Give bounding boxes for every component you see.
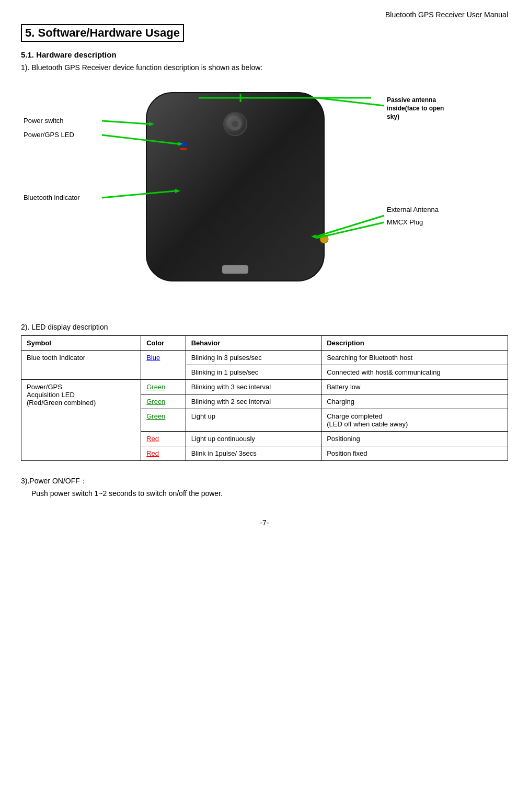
- color-red-2: Red: [141, 446, 186, 461]
- label-power-gps-led: Power/GPS LED: [24, 131, 74, 139]
- svg-text:sky): sky): [387, 113, 399, 120]
- col-color: Color: [141, 336, 186, 351]
- svg-point-3: [232, 121, 238, 127]
- label-mmcx-plug: MMCX Plug: [387, 218, 423, 226]
- svg-line-8: [102, 121, 149, 124]
- behavior-2: Blinking in 1 pulse/sec: [186, 365, 321, 380]
- symbol-power-gps: Power/GPSAcquisition LED(Red/Green combi…: [21, 380, 141, 461]
- power-section-body: Push power switch 1~2 seconds to switch …: [31, 489, 508, 498]
- color-green-3: Green: [141, 409, 186, 432]
- col-symbol: Symbol: [21, 336, 141, 351]
- color-red-1: Red: [141, 432, 186, 446]
- symbol-bluetooth: Blue tooth Indicator: [21, 351, 141, 380]
- col-behavior: Behavior: [186, 336, 321, 351]
- behavior-6: Light up continuously: [186, 432, 321, 446]
- desc-6: Positioning: [321, 432, 508, 446]
- desc-7: Position fixed: [321, 446, 508, 461]
- behavior-4: Blinking with 2 sec interval: [186, 394, 321, 409]
- table-row: Blue tooth Indicator Blue Blinking in 3 …: [21, 351, 508, 365]
- manual-title: Bluetooth GPS Receiver User Manual: [385, 10, 508, 19]
- intro-text: 1). Bluetooth GPS Receiver device functi…: [21, 63, 508, 72]
- label-bluetooth-indicator: Bluetooth indicator: [24, 194, 80, 201]
- svg-line-18: [316, 98, 384, 106]
- color-green-1: Green: [141, 380, 186, 394]
- label-power-switch: Power switch: [24, 117, 64, 125]
- table-row: Power/GPSAcquisition LED(Red/Green combi…: [21, 380, 508, 394]
- svg-rect-5: [180, 148, 187, 150]
- desc-1: Searching for Bluetooth host: [321, 351, 508, 365]
- label-external-antenna: External Antenna: [387, 206, 439, 213]
- svg-line-19: [316, 216, 384, 236]
- svg-rect-6: [222, 265, 248, 274]
- led-table: Symbol Color Behavior Description Blue t…: [21, 335, 508, 461]
- device-diagram: Power switch Power/GPS LED Bluetooth ind…: [21, 82, 523, 307]
- desc-3: Battery low: [321, 380, 508, 394]
- color-green-2: Green: [141, 394, 186, 409]
- subsection-title: 5.1. Hardware description: [21, 50, 508, 59]
- svg-line-21: [316, 222, 384, 238]
- desc-4: Charging: [321, 394, 508, 409]
- section-title: 5. Software/Hardware Usage: [21, 24, 184, 42]
- col-description: Description: [321, 336, 508, 351]
- behavior-5: Light up: [186, 409, 321, 432]
- desc-5: Charge completed(LED off when cable away…: [321, 409, 508, 432]
- color-blue-cell: Blue: [141, 351, 186, 380]
- desc-2: Connected with host& communicating: [321, 365, 508, 380]
- svg-text:inside(face to open: inside(face to open: [387, 105, 444, 112]
- led-section-title: 2). LED display description: [21, 323, 508, 331]
- label-passive-antenna: Passive antenna: [387, 96, 436, 104]
- behavior-7: Blink in 1pulse/ 3secs: [186, 446, 321, 461]
- behavior-1: Blinking in 3 pulses/sec: [186, 351, 321, 365]
- page-header: Bluetooth GPS Receiver User Manual: [21, 10, 508, 19]
- behavior-3: Blinking with 3 sec interval: [186, 380, 321, 394]
- page-number: -7-: [21, 518, 508, 527]
- power-section-title: 3).Power ON/OFF：: [21, 477, 508, 486]
